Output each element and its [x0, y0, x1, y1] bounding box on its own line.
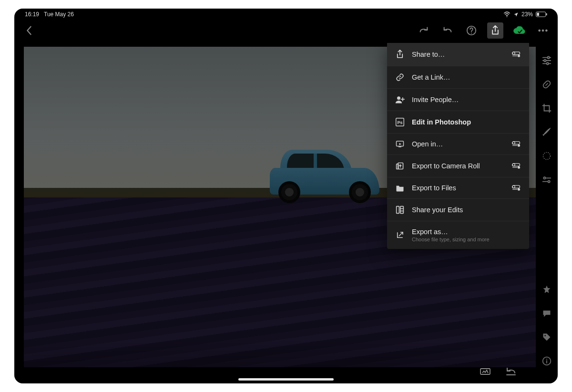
- svg-line-16: [546, 83, 548, 86]
- options-toggle-icon[interactable]: [511, 51, 521, 58]
- tag-icon[interactable]: [541, 331, 553, 343]
- share-button[interactable]: [487, 22, 503, 39]
- invite-icon: [395, 95, 405, 104]
- menu-label: Export to Files: [412, 184, 504, 192]
- ios-status-bar: 16:19 Tue May 26 23%: [14, 9, 558, 20]
- folder-icon: [395, 184, 405, 192]
- crop-icon[interactable]: [541, 102, 553, 114]
- menu-label: Invite People…: [412, 96, 521, 103]
- menu-invite-people[interactable]: Invite People…: [387, 88, 529, 111]
- reset-icon[interactable]: [505, 367, 517, 376]
- back-button[interactable]: [21, 22, 37, 39]
- svg-point-20: [548, 181, 550, 183]
- export-icon: [395, 231, 405, 239]
- svg-point-22: [544, 335, 546, 336]
- svg-rect-41: [512, 142, 520, 144]
- adjust-sliders-icon[interactable]: [541, 54, 553, 67]
- menu-share-edits[interactable]: Share your Edits: [387, 198, 529, 221]
- comment-icon[interactable]: [541, 307, 553, 320]
- svg-point-32: [397, 96, 400, 100]
- share-edits-icon: [395, 206, 405, 214]
- svg-point-8: [545, 30, 547, 31]
- svg-marker-38: [399, 143, 402, 145]
- brush-icon[interactable]: [541, 126, 553, 138]
- options-toggle-icon[interactable]: [511, 185, 521, 191]
- status-date: Tue May 26: [44, 11, 74, 18]
- svg-point-49: [518, 166, 520, 169]
- share-menu: Share to… Get a Link… Invite People… Ps …: [387, 43, 529, 249]
- help-button[interactable]: [463, 22, 480, 39]
- svg-text:Ps: Ps: [397, 120, 402, 125]
- menu-export-camera-roll[interactable]: Export to Camera Roll: [387, 155, 529, 177]
- right-tool-rail: [536, 42, 558, 383]
- location-icon: [513, 12, 519, 17]
- camera-roll-icon: [395, 162, 405, 170]
- menu-export-as[interactable]: Export as… Choose file type, sizing and …: [387, 221, 529, 249]
- menu-label: Export to Camera Roll: [412, 162, 504, 170]
- ios-home-indicator[interactable]: [238, 378, 334, 381]
- svg-point-7: [542, 30, 544, 31]
- svg-point-25: [546, 359, 547, 360]
- svg-rect-45: [397, 164, 398, 169]
- radial-icon[interactable]: [541, 150, 553, 162]
- svg-rect-52: [512, 186, 520, 188]
- svg-rect-56: [400, 206, 404, 214]
- link-icon: [395, 73, 405, 82]
- svg-point-0: [507, 16, 508, 17]
- svg-rect-29: [512, 52, 520, 54]
- healing-icon[interactable]: [541, 78, 553, 91]
- more-button[interactable]: [535, 22, 551, 39]
- undo-button[interactable]: [439, 22, 456, 39]
- filmstrip-icon[interactable]: [480, 367, 491, 376]
- menu-label: Get a Link…: [412, 73, 521, 81]
- wifi-icon: [503, 11, 511, 17]
- options-toggle-icon[interactable]: [511, 163, 521, 169]
- svg-rect-2: [537, 13, 539, 16]
- status-time: 16:19: [25, 11, 39, 18]
- battery-icon: [536, 11, 547, 17]
- menu-label: Share to…: [412, 51, 504, 58]
- svg-point-6: [539, 30, 541, 31]
- menu-share-to[interactable]: Share to…: [387, 43, 529, 66]
- svg-point-12: [544, 60, 546, 62]
- svg-rect-55: [397, 206, 399, 214]
- options-toggle-icon[interactable]: [511, 141, 521, 147]
- svg-point-10: [547, 56, 549, 58]
- bottom-bar: [14, 363, 536, 380]
- menu-label: Share your Edits: [412, 206, 521, 214]
- presets-icon[interactable]: [541, 174, 553, 186]
- menu-get-link[interactable]: Get a Link…: [387, 66, 529, 88]
- svg-point-18: [543, 177, 545, 179]
- menu-edit-photoshop[interactable]: Ps Edit in Photoshop: [387, 111, 529, 133]
- app-toolbar: [14, 20, 558, 41]
- menu-export-files[interactable]: Export to Files: [387, 177, 529, 198]
- export-as-label: Export as…: [412, 228, 448, 236]
- svg-rect-48: [512, 164, 520, 166]
- photoshop-icon: Ps: [395, 118, 405, 126]
- svg-point-5: [471, 32, 472, 33]
- svg-point-30: [518, 55, 520, 57]
- export-as-sublabel: Choose file type, sizing and more: [412, 237, 521, 242]
- menu-label: Export as… Choose file type, sizing and …: [412, 228, 521, 242]
- status-battery-label: 23%: [521, 11, 533, 18]
- info-icon[interactable]: [541, 355, 553, 367]
- svg-point-17: [543, 153, 551, 160]
- open-in-icon: [395, 140, 405, 148]
- redo-button[interactable]: [416, 22, 432, 39]
- menu-open-in[interactable]: Open in…: [387, 133, 529, 155]
- menu-label: Edit in Photoshop: [412, 118, 521, 126]
- svg-rect-26: [480, 369, 490, 374]
- app-frame: 16:19 Tue May 26 23%: [14, 9, 558, 383]
- svg-point-42: [518, 144, 520, 147]
- svg-rect-3: [546, 13, 547, 16]
- rate-star-icon[interactable]: [541, 283, 553, 296]
- share-icon: [395, 50, 405, 59]
- menu-label: Open in…: [412, 140, 504, 148]
- svg-point-53: [518, 188, 520, 191]
- svg-point-14: [547, 62, 549, 64]
- cloud-sync-icon[interactable]: [511, 22, 527, 39]
